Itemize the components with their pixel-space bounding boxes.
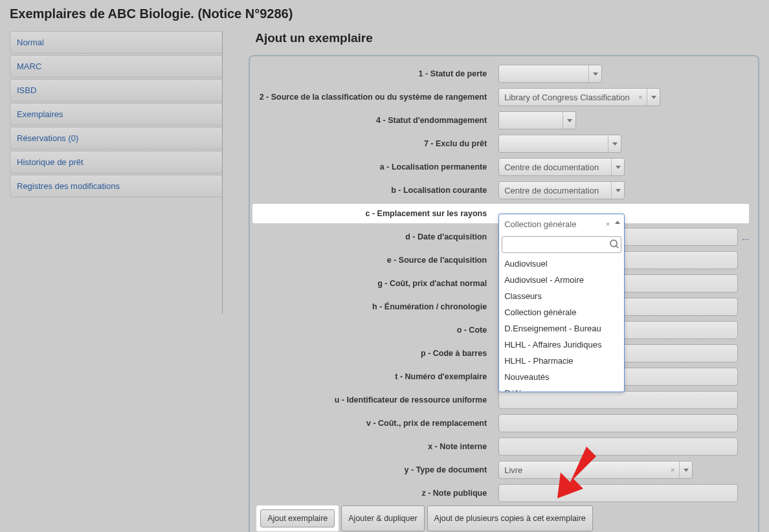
clear-icon[interactable]: × [635, 89, 645, 105]
select-loc-courante[interactable]: Centre de documentation [498, 181, 625, 199]
chevron-down-icon [647, 89, 660, 105]
dropdown-option[interactable]: Audiovisuel - Armoire [499, 272, 624, 288]
select-statut-perte[interactable] [498, 65, 602, 83]
label-loc-permanente: a - Localisation permanente [259, 162, 498, 172]
clear-icon[interactable]: × [606, 220, 610, 228]
select-emplacement-open[interactable]: Collection générale × Audiovisuel Audiov… [498, 214, 625, 392]
annotation-arrow-icon [551, 443, 603, 504]
sidebar: Normal MARC ISBD Exemplaires Réservation… [10, 31, 223, 532]
sidebar-item-reservations[interactable]: Réservations (0) [10, 127, 223, 150]
label-source-classification: 2 - Source de la classification ou du sy… [259, 93, 498, 102]
dropdown-search-input[interactable] [502, 236, 621, 253]
ajout-exemplaire-button[interactable]: Ajout exemplaire [260, 509, 335, 527]
select-exclu-pret[interactable] [498, 135, 621, 153]
label-cote: o - Cote [259, 326, 498, 335]
dropdown-header[interactable]: Collection générale × [499, 214, 624, 234]
select-endommagement[interactable] [498, 111, 576, 129]
dropdown-list[interactable]: Audiovisuel Audiovisuel - Armoire Classe… [499, 256, 624, 392]
select-source-classification[interactable]: Library of Congress Classification × [498, 88, 660, 106]
sidebar-item-exemplaires[interactable]: Exemplaires [10, 103, 223, 126]
label-note-interne: x - Note interne [259, 442, 498, 451]
dropdown-option[interactable]: Classeurs [499, 288, 624, 304]
main-title: Ajout un exemplaire [249, 31, 759, 45]
label-type-doc: y - Type de document [259, 465, 498, 474]
sidebar-item-registres[interactable]: Registres des modifications [10, 175, 223, 197]
label-barcode: p - Code à barres [259, 349, 498, 358]
chevron-down-icon [611, 159, 624, 175]
dropdown-option[interactable]: Nouveautés [499, 369, 624, 385]
label-statut-perte: 1 - Statut de perte [259, 69, 498, 78]
input-note-interne[interactable] [498, 438, 738, 456]
label-enumeration: h - Énumération / chronologie [259, 302, 498, 311]
label-uri: u - Identificateur de ressource uniforme [259, 395, 498, 405]
dropdown-option[interactable]: HLHL - Pharmacie [499, 353, 624, 369]
dropdown-option[interactable]: HLHL - Affaires Juridiques [499, 337, 624, 353]
page-title: Exemplaires de ABC Biologie. (Notice N°9… [10, 6, 759, 21]
input-note-publique[interactable] [498, 484, 738, 502]
label-cout: g - Coût, prix d'achat normal [259, 279, 498, 288]
sidebar-item-marc[interactable]: MARC [10, 55, 223, 78]
ajout-copies-button[interactable]: Ajout de plusieurs copies à cet exemplai… [427, 505, 593, 531]
ajouter-dupliquer-button[interactable]: Ajouter & dupliquer [341, 505, 424, 531]
chevron-up-icon [615, 221, 620, 224]
label-date-acq: d - Date d'acquisition [259, 232, 498, 241]
search-icon [610, 239, 618, 247]
form-panel: 1 - Statut de perte 2 - Source de la cla… [249, 55, 759, 532]
dropdown-option[interactable]: Audiovisuel [499, 256, 624, 272]
button-highlight: Ajout exemplaire [256, 505, 339, 531]
clear-icon[interactable]: × [667, 461, 678, 478]
input-cout-remp[interactable] [498, 414, 738, 432]
chevron-down-icon [563, 112, 575, 129]
date-picker-link[interactable]: ... [742, 232, 749, 242]
chevron-down-icon [588, 65, 601, 82]
input-uri[interactable] [498, 391, 738, 409]
label-numero-ex: t - Numéro d'exemplaire [259, 372, 498, 381]
label-cout-remp: v - Coût., prix de remplacement [259, 419, 498, 428]
dropdown-option[interactable]: Collection générale [499, 304, 624, 320]
label-note-publique: z - Note publique [259, 489, 498, 498]
dropdown-option[interactable]: D.Enseignement - Bureau [499, 320, 624, 337]
dropdown-option[interactable]: Référence [499, 385, 624, 392]
sidebar-item-isbd[interactable]: ISBD [10, 79, 223, 102]
chevron-down-icon [611, 182, 624, 199]
sidebar-item-normal[interactable]: Normal [10, 31, 223, 54]
chevron-down-icon [608, 135, 621, 152]
label-source-acq: e - Source de l'acquisition [259, 256, 498, 265]
select-loc-permanente[interactable]: Centre de documentation [498, 158, 625, 176]
sidebar-item-historique[interactable]: Historique de prêt [10, 151, 223, 173]
label-endommagement: 4 - Statut d'endommagement [259, 116, 498, 125]
label-exclu-pret: 7 - Exclu du prêt [259, 139, 498, 148]
label-loc-courante: b - Localisation courante [259, 186, 498, 195]
label-emplacement: c - Emplacement sur les rayons [259, 209, 498, 218]
chevron-down-icon [679, 461, 692, 478]
